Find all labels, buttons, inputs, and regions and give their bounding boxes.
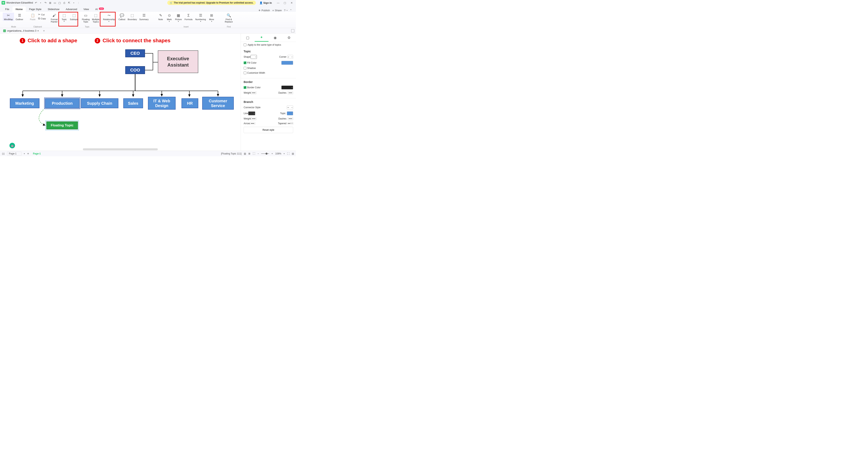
node-ceo[interactable]: CEO xyxy=(125,49,145,57)
node-executive-assistant[interactable]: Executive Assistant xyxy=(158,50,198,73)
fill-color-swatch[interactable] xyxy=(281,61,293,65)
panel-tab-settings[interactable]: ⚙ xyxy=(282,34,296,42)
zoom-level[interactable]: 108% xyxy=(275,152,281,155)
relationship-button[interactable]: ⤳Relationship▾ xyxy=(102,12,116,23)
redo-icon[interactable]: ↷ xyxy=(43,1,47,4)
mindmap-button[interactable]: ✂MindMap xyxy=(3,12,14,21)
topic-button[interactable]: ⬚Topic▾ xyxy=(60,12,68,23)
collapse-ribbon-button[interactable]: ⌃ xyxy=(290,9,292,12)
undo-dropdown-icon[interactable]: ▾ xyxy=(39,1,42,4)
panel-toggle-icon[interactable] xyxy=(291,29,294,32)
mark-button[interactable]: ⊙Mark▾ xyxy=(165,12,174,23)
horizontal-scrollbar[interactable] xyxy=(83,148,158,150)
print-icon[interactable]: ⎙ xyxy=(63,1,66,4)
note-button[interactable]: ✎Note xyxy=(156,12,165,23)
view-icon-1[interactable]: ▥ xyxy=(244,152,246,155)
view-icon-2[interactable]: ⊞ xyxy=(248,152,250,155)
floating-topic-button[interactable]: ▭Floating Topic xyxy=(81,12,91,23)
new-icon[interactable]: ⊞ xyxy=(48,1,52,4)
minimize-button[interactable]: — xyxy=(275,1,281,4)
panel-tab-shape[interactable]: ▢ xyxy=(241,34,255,42)
node-marketing[interactable]: Marketing xyxy=(10,98,39,108)
add-page-button[interactable]: + xyxy=(27,152,29,155)
border-weight-selector[interactable] xyxy=(251,91,256,94)
fill-color-checkbox[interactable] xyxy=(244,61,246,64)
outline-icon[interactable]: ▯▯ xyxy=(2,152,5,155)
summary-button[interactable]: ☰Summary xyxy=(138,12,150,21)
page-dropdown-icon[interactable]: ▾ xyxy=(24,153,25,155)
multiple-topics-button[interactable]: ⬚Multiple Topics xyxy=(91,12,101,23)
export-icon[interactable]: ⇱ xyxy=(67,1,71,4)
qat-dropdown-icon[interactable]: ▾ xyxy=(72,1,75,4)
connector-style-selector[interactable]: ⤙ xyxy=(287,106,293,109)
apply-same-checkbox[interactable] xyxy=(244,44,246,46)
view-icon-3[interactable]: ⛶ xyxy=(253,152,255,155)
more-button[interactable]: ⊞More▾ xyxy=(208,12,216,23)
callout-button[interactable]: 💬Callout xyxy=(117,12,126,21)
subtopic-button[interactable]: ⬚Subtopic xyxy=(69,12,80,23)
node-it-web[interactable]: IT & Web Design xyxy=(148,97,176,110)
publish-button[interactable]: ✈Publish xyxy=(258,9,270,12)
picture-button[interactable]: ▦Picture▾ xyxy=(174,12,183,23)
border-color-swatch[interactable] xyxy=(281,86,293,89)
zoom-out-button[interactable]: − xyxy=(257,152,259,155)
menu-page-style[interactable]: Page Style xyxy=(26,6,44,12)
menu-ai[interactable]: AI Hot xyxy=(92,6,107,12)
reset-style-button[interactable]: Reset style xyxy=(244,127,293,133)
branch-dashes-selector[interactable] xyxy=(288,117,293,120)
page-selector[interactable]: Page-1 xyxy=(7,152,22,155)
node-hr[interactable]: HR xyxy=(182,98,198,108)
tapered-selector[interactable]: 〰 xyxy=(288,122,293,125)
formula-button[interactable]: ΣFormula xyxy=(183,12,193,23)
close-button[interactable]: ✕ xyxy=(289,1,294,4)
boundary-button[interactable]: ⬚Boundary xyxy=(126,12,138,21)
line-color-swatch[interactable] xyxy=(248,111,255,115)
shadow-checkbox[interactable] xyxy=(244,67,246,69)
panel-tab-tag[interactable]: ◉ xyxy=(269,34,282,42)
maximize-button[interactable]: ▢ xyxy=(282,1,288,4)
zoom-in-button[interactable]: + xyxy=(272,152,273,155)
node-floating-topic[interactable]: Floating Topic xyxy=(46,121,78,130)
share-button[interactable]: ∝Share xyxy=(272,9,282,12)
border-dashes-selector[interactable] xyxy=(288,91,293,94)
fullscreen-icon[interactable]: ⛶ xyxy=(287,152,289,155)
topic-color-swatch[interactable] xyxy=(287,111,293,115)
branch-weight-selector[interactable] xyxy=(251,117,256,120)
shape-selector[interactable] xyxy=(251,55,257,59)
qat-more-icon[interactable]: ⋮ xyxy=(77,1,80,4)
format-painter-button[interactable]: 🖌Format Painter xyxy=(50,12,59,23)
arrow-selector[interactable] xyxy=(250,122,255,125)
document-tab[interactable]: organizationa...ll business 3 xyxy=(2,29,40,33)
zoom-dropdown-icon[interactable]: ▾ xyxy=(284,153,285,155)
open-icon[interactable]: ▭ xyxy=(53,1,57,4)
help-button[interactable]: ?▾ xyxy=(284,9,287,12)
node-production[interactable]: Production xyxy=(45,98,80,108)
node-coo[interactable]: COO xyxy=(125,66,145,74)
node-sales[interactable]: Sales xyxy=(123,98,143,108)
numbering-button[interactable]: ☰Numbering▾ xyxy=(194,12,207,23)
customize-width-checkbox[interactable] xyxy=(244,71,246,74)
undo-icon[interactable]: ↶ xyxy=(34,1,38,4)
sign-in-button[interactable]: 👤 Sign In xyxy=(259,1,272,4)
node-supply-chain[interactable]: Supply Chain xyxy=(81,98,118,108)
corner-selector[interactable]: ⌐ xyxy=(288,55,293,59)
menu-home[interactable]: Home xyxy=(12,6,26,12)
save-icon[interactable]: ▢ xyxy=(58,1,61,4)
border-color-checkbox[interactable] xyxy=(244,86,246,89)
menu-advanced[interactable]: Advanced xyxy=(63,6,80,12)
outliner-button[interactable]: ☰Outliner xyxy=(14,12,25,21)
chatbot-button[interactable]: 🤖 xyxy=(9,143,15,148)
menu-file[interactable]: File xyxy=(2,6,12,12)
canvas[interactable]: 1 Click to add a shape 2 Click to connec… xyxy=(0,34,241,151)
menu-view[interactable]: View xyxy=(80,6,92,12)
zoom-slider[interactable] xyxy=(261,153,269,154)
page-tab[interactable]: Page-1 xyxy=(31,152,42,155)
trial-banner[interactable]: 🛒 The trial period has expired. Upgrade … xyxy=(167,1,256,5)
panel-collapse-icon[interactable]: ▤ xyxy=(292,152,294,155)
cut-button[interactable]: ✂Cut xyxy=(37,12,47,16)
panel-tab-style[interactable]: ✦ xyxy=(255,34,269,42)
paste-button[interactable]: 📋Paste xyxy=(29,12,37,21)
node-customer-service[interactable]: Customer Service xyxy=(202,97,234,110)
find-replace-button[interactable]: 🔍Find & Replace xyxy=(224,12,234,23)
copy-button[interactable]: ⧉Copy xyxy=(37,17,47,20)
